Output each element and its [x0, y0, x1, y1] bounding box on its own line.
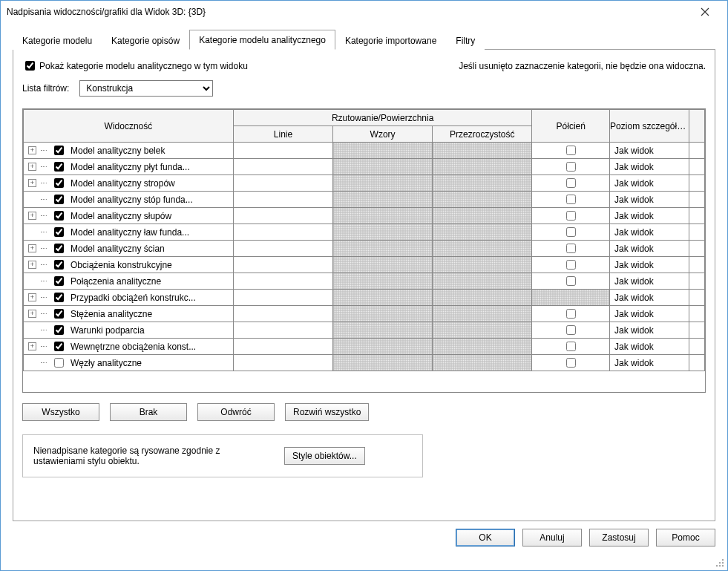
visibility-cell[interactable]: Model analityczny stóp funda... [24, 192, 234, 208]
halftone-checkbox[interactable] [566, 358, 576, 368]
lines-cell[interactable] [233, 339, 332, 355]
transparency-cell[interactable] [433, 143, 532, 159]
halftone-checkbox[interactable] [566, 325, 576, 335]
detail-level-cell[interactable]: Jak widok [610, 306, 689, 322]
lines-cell[interactable] [233, 143, 332, 159]
visibility-cell[interactable]: +Model analityczny słupów [24, 208, 234, 224]
halftone-checkbox[interactable] [566, 227, 576, 237]
tab-annotation[interactable]: Kategorie opisów [102, 30, 189, 50]
lines-cell[interactable] [233, 257, 332, 273]
category-checkbox[interactable] [54, 178, 64, 188]
halftone-cell[interactable] [532, 322, 610, 339]
detail-level-cell[interactable]: Jak widok [610, 322, 689, 339]
lines-cell[interactable] [233, 306, 332, 322]
category-checkbox[interactable] [54, 146, 64, 155]
detail-level-cell[interactable]: Jak widok [610, 290, 689, 306]
detail-level-cell[interactable]: Jak widok [610, 339, 689, 355]
expand-icon[interactable]: + [28, 342, 36, 350]
halftone-checkbox[interactable] [566, 244, 576, 253]
object-styles-button[interactable]: Style obiektów... [284, 447, 365, 465]
all-button[interactable]: Wszystko [22, 403, 99, 421]
detail-level-cell[interactable]: Jak widok [610, 208, 689, 224]
close-button[interactable] [689, 1, 721, 22]
visibility-cell[interactable]: Model analityczny ław funda... [24, 224, 234, 241]
lines-cell[interactable] [233, 192, 332, 208]
transparency-cell[interactable] [433, 290, 532, 306]
patterns-cell[interactable] [333, 241, 433, 257]
detail-level-cell[interactable]: Jak widok [610, 273, 689, 290]
category-checkbox[interactable] [54, 260, 64, 270]
halftone-cell[interactable] [532, 290, 610, 306]
category-checkbox[interactable] [54, 244, 64, 253]
transparency-cell[interactable] [433, 273, 532, 290]
category-checkbox[interactable] [54, 195, 64, 204]
visibility-cell[interactable]: +Model analityczny stropów [24, 175, 234, 192]
none-button[interactable]: Brak [110, 403, 187, 421]
show-categories-checkbox[interactable] [25, 61, 35, 71]
lines-cell[interactable] [233, 241, 332, 257]
lines-cell[interactable] [233, 290, 332, 306]
visibility-cell[interactable]: Węzły analityczne [24, 355, 234, 371]
category-checkbox[interactable] [54, 325, 64, 335]
category-checkbox[interactable] [54, 211, 64, 221]
detail-level-cell[interactable]: Jak widok [610, 143, 689, 159]
transparency-cell[interactable] [433, 355, 532, 371]
expand-all-button[interactable]: Rozwiń wszystko [285, 403, 369, 421]
halftone-cell[interactable] [532, 273, 610, 290]
halftone-checkbox[interactable] [566, 211, 576, 221]
transparency-cell[interactable] [433, 192, 532, 208]
cancel-button[interactable]: Anuluj [522, 529, 582, 546]
lines-cell[interactable] [233, 273, 332, 290]
halftone-checkbox[interactable] [566, 342, 576, 351]
category-checkbox[interactable] [54, 358, 64, 368]
detail-level-cell[interactable]: Jak widok [610, 159, 689, 175]
expand-icon[interactable]: + [28, 244, 36, 252]
halftone-cell[interactable] [532, 257, 610, 273]
category-checkbox[interactable] [54, 342, 64, 351]
tab-imported[interactable]: Kategorie importowane [335, 30, 446, 50]
transparency-cell[interactable] [433, 224, 532, 241]
transparency-cell[interactable] [433, 159, 532, 175]
category-checkbox[interactable] [54, 309, 64, 319]
halftone-cell[interactable] [532, 143, 610, 159]
patterns-cell[interactable] [333, 159, 433, 175]
category-checkbox[interactable] [54, 227, 64, 237]
patterns-cell[interactable] [333, 273, 433, 290]
halftone-cell[interactable] [532, 208, 610, 224]
visibility-cell[interactable]: +Stężenia analityczne [24, 306, 234, 322]
help-button[interactable]: Pomoc [656, 529, 715, 546]
halftone-checkbox[interactable] [566, 260, 576, 270]
halftone-cell[interactable] [532, 355, 610, 371]
halftone-checkbox[interactable] [566, 195, 576, 204]
detail-level-cell[interactable]: Jak widok [610, 257, 689, 273]
lines-cell[interactable] [233, 208, 332, 224]
patterns-cell[interactable] [333, 192, 433, 208]
visibility-cell[interactable]: +Model analityczny belek [24, 143, 234, 159]
category-checkbox[interactable] [54, 276, 64, 286]
halftone-cell[interactable] [532, 339, 610, 355]
visibility-cell[interactable]: +Model analityczny ścian [24, 241, 234, 257]
patterns-cell[interactable] [333, 322, 433, 339]
halftone-checkbox[interactable] [566, 178, 576, 188]
tab-filters[interactable]: Filtry [446, 30, 485, 50]
detail-level-cell[interactable]: Jak widok [610, 224, 689, 241]
filter-select[interactable]: Konstrukcja [79, 80, 213, 97]
transparency-cell[interactable] [433, 322, 532, 339]
category-checkbox[interactable] [54, 162, 64, 172]
expand-icon[interactable]: + [28, 179, 36, 187]
lines-cell[interactable] [233, 159, 332, 175]
patterns-cell[interactable] [333, 306, 433, 322]
halftone-checkbox[interactable] [566, 276, 576, 286]
transparency-cell[interactable] [433, 257, 532, 273]
halftone-checkbox[interactable] [566, 146, 576, 155]
ok-button[interactable]: OK [456, 529, 515, 546]
visibility-cell[interactable]: +Przypadki obciążeń konstrukc... [24, 290, 234, 306]
category-checkbox[interactable] [54, 293, 64, 302]
apply-button[interactable]: Zastosuj [589, 529, 649, 546]
transparency-cell[interactable] [433, 339, 532, 355]
tab-analytical[interactable]: Kategorie modelu analitycznego [189, 30, 335, 50]
patterns-cell[interactable] [333, 257, 433, 273]
patterns-cell[interactable] [333, 339, 433, 355]
detail-level-cell[interactable]: Jak widok [610, 241, 689, 257]
lines-cell[interactable] [233, 224, 332, 241]
